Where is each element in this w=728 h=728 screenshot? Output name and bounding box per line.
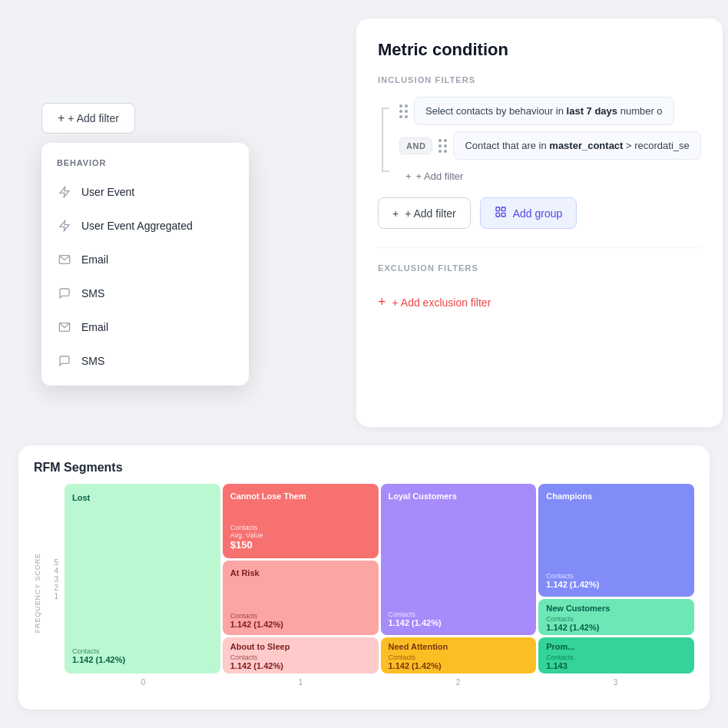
user-event-label: User Event (81, 186, 134, 198)
add-group-btn-label: Add group (513, 207, 563, 220)
x-label-3: 3 (537, 678, 694, 687)
user-event-aggregated-label: User Event Aggregated (81, 220, 193, 232)
behavior-dropdown: BEHAVIOR User Event User Event Aggregate… (41, 143, 249, 386)
chart-main: Lost Contacts 1.142 (1.42%) Cannot Lose … (65, 484, 694, 687)
y-label-1: 1 (54, 592, 58, 601)
y-axis: 5 4 3 2 1 (41, 555, 65, 616)
loyal-name: Loyal Customers (389, 491, 457, 501)
rfm-section: RFM Segments FREQUENCY SCORE 5 4 3 2 1 (0, 445, 728, 728)
x-label-2: 2 (379, 678, 537, 687)
segment-about-sleep[interactable]: About to Sleep Contacts 1.142 (1.42%) (223, 637, 379, 673)
user-event-item[interactable]: User Event (41, 175, 249, 209)
mail-icon-1 (57, 252, 72, 267)
filter-chip-1[interactable]: Select contacts by behaviour in last 7 d… (414, 97, 674, 125)
plus-red-icon: + (378, 294, 386, 310)
panel-title: Metric condition (378, 40, 701, 60)
x-label-1: 1 (222, 678, 379, 687)
rfm-card: RFM Segments FREQUENCY SCORE 5 4 3 2 1 (18, 445, 710, 710)
plus-icon-inner: + (405, 170, 412, 182)
svg-rect-5 (501, 207, 505, 211)
segment-champions[interactable]: Champions Contacts 1.142 (1.42%) (538, 484, 694, 597)
at-risk-name: At Risk (230, 568, 260, 577)
add-filter-label: + Add filter (68, 112, 119, 124)
sms-label-1: SMS (81, 287, 104, 299)
segment-lost[interactable]: Lost Contacts 1.142 (1.42%) (65, 484, 220, 673)
bolt-icon (57, 184, 72, 200)
sms-label-2: SMS (81, 355, 104, 367)
svg-rect-7 (501, 213, 505, 217)
email-label-2: Email (81, 321, 108, 333)
left-panel: + + Add filter BEHAVIOR User Event (18, 18, 341, 427)
exclusion-section: EXCLUSION FILTERS + + Add exclusion filt… (378, 247, 701, 310)
mail-icon-2 (57, 319, 72, 335)
segment-new-customers[interactable]: New Customers Contacts 1.142 (1.42%) (538, 599, 694, 635)
sms-icon-1 (57, 286, 72, 301)
about-sleep-name: About to Sleep (230, 642, 290, 651)
inner-add-filter-label: + Add filter (416, 170, 464, 182)
add-filter-action-btn[interactable]: + + Add filter (378, 197, 471, 229)
exclusion-label: EXCLUSION FILTERS (378, 263, 701, 273)
cannot-lose-stats: Contacts Avg. Value $150 (230, 524, 263, 551)
svg-marker-1 (60, 220, 69, 230)
drag-handle-1[interactable] (399, 104, 408, 118)
segment-cannot-lose[interactable]: Cannot Lose Them Contacts Avg. Value $15… (223, 484, 379, 558)
add-exclusion-btn[interactable]: + + Add exclusion filter (378, 294, 491, 310)
inner-add-filter[interactable]: + + Add filter (399, 166, 701, 182)
segment-need-attention[interactable]: Need Attention Contacts 1.142 (1.42%) (381, 637, 537, 673)
sms-item-2[interactable]: SMS (41, 344, 249, 378)
bolt-icon-2 (57, 218, 72, 233)
promising-stats: Contacts 1.143 (546, 654, 574, 670)
cannot-lose-name: Cannot Lose Them (230, 491, 306, 501)
y-label-3: 3 (54, 575, 58, 584)
sms-item-1[interactable]: SMS (41, 276, 249, 310)
need-attention-name: Need Attention (389, 642, 448, 651)
add-group-btn[interactable]: Add group (480, 197, 577, 229)
need-attention-stats: Contacts 1.142 (1.42%) (389, 654, 442, 670)
group-icon (495, 206, 507, 220)
at-risk-stats: Contacts 1.142 (1.42%) (230, 612, 283, 629)
filter-actions: + + Add filter Add group (378, 197, 701, 229)
loyal-stats: Contacts 1.142 (1.42%) (389, 611, 442, 627)
champions-stats: Contacts 1.142 (1.42%) (546, 572, 599, 589)
filter-row-1: Select contacts by behaviour in last 7 d… (399, 97, 701, 125)
chart-grid: Lost Contacts 1.142 (1.42%) Cannot Lose … (65, 484, 694, 677)
email-item-2[interactable]: Email (41, 310, 249, 344)
metric-condition-panel: Metric condition INCLUSION FILTERS Selec… (356, 18, 723, 427)
inclusion-filters-label: INCLUSION FILTERS (378, 75, 701, 84)
segment-at-risk[interactable]: At Risk Contacts 1.142 (1.42%) (223, 561, 379, 635)
x-axis: 0 1 2 3 (65, 678, 694, 687)
segment-promising[interactable]: Prom... Contacts 1.143 (538, 637, 694, 673)
plus-icon: + (58, 111, 65, 125)
y-label-4: 4 (54, 567, 58, 575)
add-filter-btn-label: + Add filter (405, 207, 456, 220)
promising-name: Prom... (546, 642, 574, 651)
svg-rect-4 (496, 207, 500, 211)
email-label-1: Email (81, 253, 108, 266)
dropdown-section-title: BEHAVIOR (41, 158, 249, 175)
about-sleep-stats: Contacts 1.142 (1.42%) (230, 654, 283, 670)
segment-loyal[interactable]: Loyal Customers Contacts 1.142 (1.42%) (381, 484, 537, 635)
y-label-5: 5 (54, 558, 58, 567)
add-filter-button[interactable]: + + Add filter (41, 103, 135, 134)
x-label-0: 0 (65, 678, 222, 687)
and-badge: AND (399, 137, 432, 154)
lost-stats: Contacts 1.142 (1.42%) (72, 647, 125, 664)
user-event-aggregated-item[interactable]: User Event Aggregated (41, 209, 249, 243)
y-label-2: 2 (54, 584, 58, 592)
sms-icon-2 (57, 353, 72, 369)
add-exclusion-label: + Add exclusion filter (392, 296, 491, 309)
email-item-1[interactable]: Email (41, 243, 249, 276)
svg-rect-6 (496, 213, 500, 217)
drag-handle-2[interactable] (438, 139, 447, 153)
y-axis-title: FREQUENCY SCORE (34, 538, 41, 633)
champions-name: Champions (546, 491, 592, 501)
lost-name: Lost (72, 493, 90, 502)
plus-icon-btn: + (392, 207, 399, 220)
and-filter-row: AND Contact that are in master_contact >… (399, 131, 701, 160)
y-axis-wrap: FREQUENCY SCORE 5 4 3 2 1 (34, 484, 65, 687)
rfm-title: RFM Segments (34, 461, 694, 475)
new-customers-name: New Customers (546, 604, 610, 613)
new-customers-stats: Contacts 1.142 (1.42%) (546, 615, 599, 632)
svg-marker-0 (60, 187, 69, 197)
filter-chip-2[interactable]: Contact that are in master_contact > rec… (453, 131, 700, 160)
